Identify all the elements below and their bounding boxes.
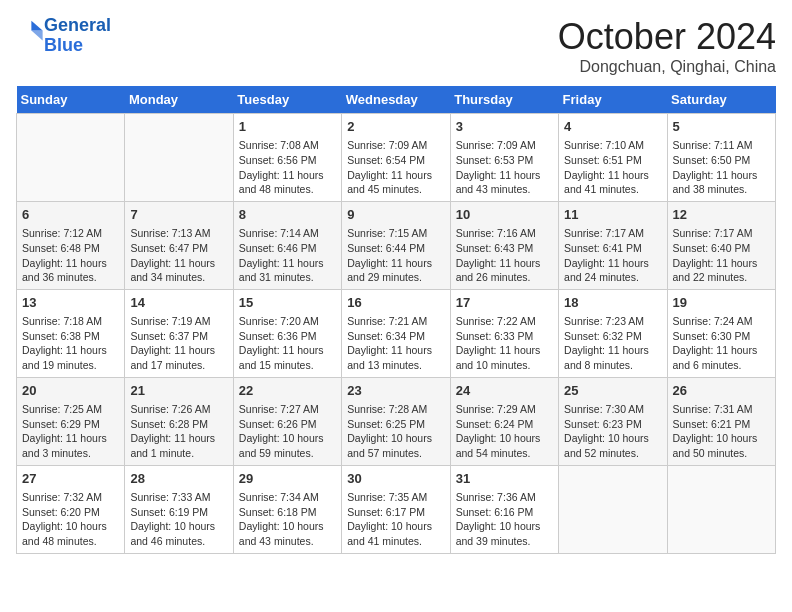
day-detail: Sunrise: 7:19 AMSunset: 6:37 PMDaylight:… bbox=[130, 314, 227, 373]
day-detail: Sunrise: 7:12 AMSunset: 6:48 PMDaylight:… bbox=[22, 226, 119, 285]
day-number: 22 bbox=[239, 382, 336, 400]
day-header-row: SundayMondayTuesdayWednesdayThursdayFrid… bbox=[17, 86, 776, 114]
day-detail: Sunrise: 7:23 AMSunset: 6:32 PMDaylight:… bbox=[564, 314, 661, 373]
day-number: 31 bbox=[456, 470, 553, 488]
day-detail: Sunrise: 7:11 AMSunset: 6:50 PMDaylight:… bbox=[673, 138, 770, 197]
day-detail: Sunrise: 7:34 AMSunset: 6:18 PMDaylight:… bbox=[239, 490, 336, 549]
day-of-week-header: Friday bbox=[559, 86, 667, 114]
day-detail: Sunrise: 7:36 AMSunset: 6:16 PMDaylight:… bbox=[456, 490, 553, 549]
svg-marker-1 bbox=[31, 30, 42, 40]
calendar-week-row: 1Sunrise: 7:08 AMSunset: 6:56 PMDaylight… bbox=[17, 114, 776, 202]
day-number: 5 bbox=[673, 118, 770, 136]
logo: GeneralBlue bbox=[16, 16, 111, 56]
day-detail: Sunrise: 7:13 AMSunset: 6:47 PMDaylight:… bbox=[130, 226, 227, 285]
month-title: October 2024 bbox=[558, 16, 776, 58]
calendar-day-cell bbox=[667, 465, 775, 553]
calendar-day-cell: 29Sunrise: 7:34 AMSunset: 6:18 PMDayligh… bbox=[233, 465, 341, 553]
calendar-week-row: 20Sunrise: 7:25 AMSunset: 6:29 PMDayligh… bbox=[17, 377, 776, 465]
location: Dongchuan, Qinghai, China bbox=[558, 58, 776, 76]
day-detail: Sunrise: 7:24 AMSunset: 6:30 PMDaylight:… bbox=[673, 314, 770, 373]
day-of-week-header: Sunday bbox=[17, 86, 125, 114]
day-detail: Sunrise: 7:32 AMSunset: 6:20 PMDaylight:… bbox=[22, 490, 119, 549]
day-number: 29 bbox=[239, 470, 336, 488]
day-detail: Sunrise: 7:31 AMSunset: 6:21 PMDaylight:… bbox=[673, 402, 770, 461]
day-of-week-header: Monday bbox=[125, 86, 233, 114]
day-detail: Sunrise: 7:10 AMSunset: 6:51 PMDaylight:… bbox=[564, 138, 661, 197]
day-detail: Sunrise: 7:22 AMSunset: 6:33 PMDaylight:… bbox=[456, 314, 553, 373]
day-number: 17 bbox=[456, 294, 553, 312]
day-detail: Sunrise: 7:35 AMSunset: 6:17 PMDaylight:… bbox=[347, 490, 444, 549]
day-number: 21 bbox=[130, 382, 227, 400]
calendar-day-cell bbox=[17, 114, 125, 202]
day-number: 16 bbox=[347, 294, 444, 312]
day-number: 23 bbox=[347, 382, 444, 400]
calendar-day-cell: 17Sunrise: 7:22 AMSunset: 6:33 PMDayligh… bbox=[450, 289, 558, 377]
day-number: 6 bbox=[22, 206, 119, 224]
calendar-week-row: 13Sunrise: 7:18 AMSunset: 6:38 PMDayligh… bbox=[17, 289, 776, 377]
day-of-week-header: Wednesday bbox=[342, 86, 450, 114]
day-number: 7 bbox=[130, 206, 227, 224]
day-detail: Sunrise: 7:16 AMSunset: 6:43 PMDaylight:… bbox=[456, 226, 553, 285]
day-number: 18 bbox=[564, 294, 661, 312]
calendar-day-cell: 28Sunrise: 7:33 AMSunset: 6:19 PMDayligh… bbox=[125, 465, 233, 553]
day-detail: Sunrise: 7:25 AMSunset: 6:29 PMDaylight:… bbox=[22, 402, 119, 461]
calendar-week-row: 27Sunrise: 7:32 AMSunset: 6:20 PMDayligh… bbox=[17, 465, 776, 553]
day-detail: Sunrise: 7:08 AMSunset: 6:56 PMDaylight:… bbox=[239, 138, 336, 197]
calendar-day-cell: 30Sunrise: 7:35 AMSunset: 6:17 PMDayligh… bbox=[342, 465, 450, 553]
day-number: 12 bbox=[673, 206, 770, 224]
calendar-table: SundayMondayTuesdayWednesdayThursdayFrid… bbox=[16, 86, 776, 554]
calendar-day-cell: 10Sunrise: 7:16 AMSunset: 6:43 PMDayligh… bbox=[450, 201, 558, 289]
day-detail: Sunrise: 7:29 AMSunset: 6:24 PMDaylight:… bbox=[456, 402, 553, 461]
day-of-week-header: Saturday bbox=[667, 86, 775, 114]
day-detail: Sunrise: 7:33 AMSunset: 6:19 PMDaylight:… bbox=[130, 490, 227, 549]
day-number: 1 bbox=[239, 118, 336, 136]
calendar-day-cell: 19Sunrise: 7:24 AMSunset: 6:30 PMDayligh… bbox=[667, 289, 775, 377]
day-number: 13 bbox=[22, 294, 119, 312]
day-detail: Sunrise: 7:18 AMSunset: 6:38 PMDaylight:… bbox=[22, 314, 119, 373]
day-detail: Sunrise: 7:26 AMSunset: 6:28 PMDaylight:… bbox=[130, 402, 227, 461]
day-detail: Sunrise: 7:21 AMSunset: 6:34 PMDaylight:… bbox=[347, 314, 444, 373]
calendar-day-cell: 18Sunrise: 7:23 AMSunset: 6:32 PMDayligh… bbox=[559, 289, 667, 377]
svg-marker-0 bbox=[31, 21, 42, 31]
calendar-day-cell: 6Sunrise: 7:12 AMSunset: 6:48 PMDaylight… bbox=[17, 201, 125, 289]
day-number: 24 bbox=[456, 382, 553, 400]
calendar-day-cell bbox=[125, 114, 233, 202]
day-number: 28 bbox=[130, 470, 227, 488]
calendar-day-cell: 8Sunrise: 7:14 AMSunset: 6:46 PMDaylight… bbox=[233, 201, 341, 289]
calendar-day-cell: 12Sunrise: 7:17 AMSunset: 6:40 PMDayligh… bbox=[667, 201, 775, 289]
calendar-day-cell: 24Sunrise: 7:29 AMSunset: 6:24 PMDayligh… bbox=[450, 377, 558, 465]
calendar-day-cell: 9Sunrise: 7:15 AMSunset: 6:44 PMDaylight… bbox=[342, 201, 450, 289]
title-block: October 2024 Dongchuan, Qinghai, China bbox=[558, 16, 776, 76]
day-number: 8 bbox=[239, 206, 336, 224]
calendar-day-cell: 11Sunrise: 7:17 AMSunset: 6:41 PMDayligh… bbox=[559, 201, 667, 289]
day-detail: Sunrise: 7:17 AMSunset: 6:41 PMDaylight:… bbox=[564, 226, 661, 285]
calendar-day-cell: 5Sunrise: 7:11 AMSunset: 6:50 PMDaylight… bbox=[667, 114, 775, 202]
calendar-day-cell: 16Sunrise: 7:21 AMSunset: 6:34 PMDayligh… bbox=[342, 289, 450, 377]
calendar-day-cell: 3Sunrise: 7:09 AMSunset: 6:53 PMDaylight… bbox=[450, 114, 558, 202]
day-of-week-header: Tuesday bbox=[233, 86, 341, 114]
day-number: 2 bbox=[347, 118, 444, 136]
day-detail: Sunrise: 7:15 AMSunset: 6:44 PMDaylight:… bbox=[347, 226, 444, 285]
day-detail: Sunrise: 7:09 AMSunset: 6:54 PMDaylight:… bbox=[347, 138, 444, 197]
calendar-day-cell: 20Sunrise: 7:25 AMSunset: 6:29 PMDayligh… bbox=[17, 377, 125, 465]
day-detail: Sunrise: 7:20 AMSunset: 6:36 PMDaylight:… bbox=[239, 314, 336, 373]
day-of-week-header: Thursday bbox=[450, 86, 558, 114]
calendar-day-cell: 15Sunrise: 7:20 AMSunset: 6:36 PMDayligh… bbox=[233, 289, 341, 377]
logo-text: GeneralBlue bbox=[44, 16, 111, 56]
calendar-day-cell: 7Sunrise: 7:13 AMSunset: 6:47 PMDaylight… bbox=[125, 201, 233, 289]
day-detail: Sunrise: 7:30 AMSunset: 6:23 PMDaylight:… bbox=[564, 402, 661, 461]
day-detail: Sunrise: 7:14 AMSunset: 6:46 PMDaylight:… bbox=[239, 226, 336, 285]
page-header: GeneralBlue October 2024 Dongchuan, Qing… bbox=[16, 16, 776, 76]
day-number: 14 bbox=[130, 294, 227, 312]
calendar-day-cell: 31Sunrise: 7:36 AMSunset: 6:16 PMDayligh… bbox=[450, 465, 558, 553]
calendar-day-cell: 22Sunrise: 7:27 AMSunset: 6:26 PMDayligh… bbox=[233, 377, 341, 465]
calendar-day-cell: 13Sunrise: 7:18 AMSunset: 6:38 PMDayligh… bbox=[17, 289, 125, 377]
day-number: 3 bbox=[456, 118, 553, 136]
day-detail: Sunrise: 7:28 AMSunset: 6:25 PMDaylight:… bbox=[347, 402, 444, 461]
calendar-day-cell: 26Sunrise: 7:31 AMSunset: 6:21 PMDayligh… bbox=[667, 377, 775, 465]
day-number: 25 bbox=[564, 382, 661, 400]
day-number: 26 bbox=[673, 382, 770, 400]
day-number: 15 bbox=[239, 294, 336, 312]
calendar-day-cell: 4Sunrise: 7:10 AMSunset: 6:51 PMDaylight… bbox=[559, 114, 667, 202]
day-number: 4 bbox=[564, 118, 661, 136]
